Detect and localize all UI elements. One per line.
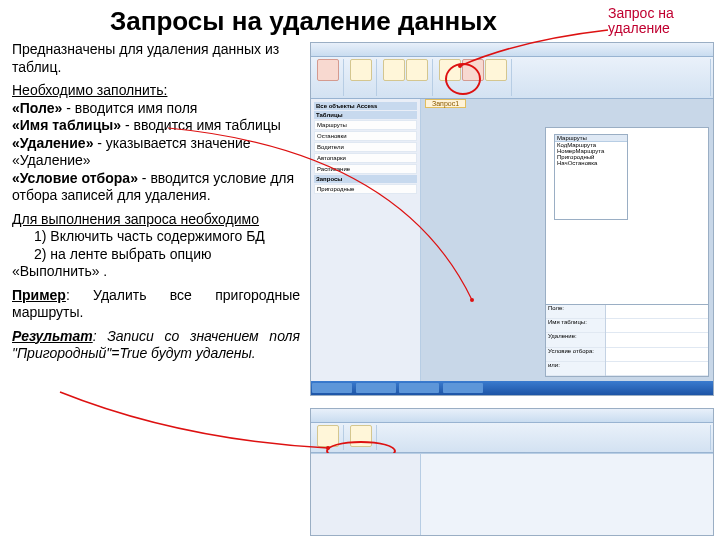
intro-paragraph: Предназначены для удаления данных из таб… <box>12 41 300 76</box>
taskbar-button[interactable] <box>312 383 352 393</box>
ribbon-button[interactable] <box>350 425 372 447</box>
grid-label-or: или: <box>546 362 605 376</box>
field-criteria-label: «Условие отбора» <box>12 170 138 186</box>
grid-label-field: Поле: <box>546 305 605 319</box>
field-tablename-desc: - вводится имя таблицы <box>121 117 281 133</box>
step-1: 1) Включить часть содержимого БД <box>12 228 265 244</box>
nav-header-queries[interactable]: Запросы <box>314 175 417 183</box>
query-tab[interactable]: Запрос1 <box>425 99 466 108</box>
ribbon-button[interactable] <box>317 425 339 447</box>
step-2: 2) на ленте выбрать опцию «Выполнить» . <box>12 246 211 280</box>
nav-header-tables[interactable]: Таблицы <box>314 111 417 119</box>
grid-label-table: Имя таблицы: <box>546 319 605 333</box>
navigation-pane: Все объекты Access Таблицы Маршруты Оста… <box>311 99 421 381</box>
grid-cells[interactable] <box>606 305 708 376</box>
grid-label-criteria: Условие отбора: <box>546 348 605 362</box>
query-canvas: Запрос1 Маршруты КодМаршрута НомерМаршру… <box>421 99 713 381</box>
body-stub <box>311 453 713 535</box>
nav-item[interactable]: Остановки <box>314 131 417 141</box>
grid-row-labels: Поле: Имя таблицы: Удаление: Условие отб… <box>546 305 606 376</box>
select-query-icon[interactable] <box>383 59 405 81</box>
example-paragraph: Пример: Удалить все пригородные маршруты… <box>12 287 300 322</box>
top-right-caption: Запрос на удаление <box>608 6 716 37</box>
table-field[interactable]: НачОстановка <box>555 160 627 166</box>
run-button[interactable] <box>317 59 339 81</box>
work-area: Все объекты Access Таблицы Маршруты Оста… <box>311 99 713 381</box>
nav-header-all[interactable]: Все объекты Access <box>314 102 417 110</box>
titlebar <box>311 409 713 423</box>
nav-item[interactable]: Маршруты <box>314 120 417 130</box>
windows-taskbar <box>311 381 713 395</box>
taskbar-button[interactable] <box>443 383 483 393</box>
execute-paragraph: Для выполнения запроса необходимо 1) Вкл… <box>12 211 300 281</box>
nav-item[interactable]: Автопарки <box>314 153 417 163</box>
screenshot-access-designer: Все объекты Access Таблицы Маршруты Оста… <box>310 42 714 396</box>
example-label: Пример <box>12 287 66 303</box>
nav-item[interactable]: Расписание <box>314 164 417 174</box>
field-delete-label: «Удаление» <box>12 135 93 151</box>
text-column: Предназначены для удаления данных из таб… <box>0 41 306 363</box>
result-label: Результат <box>12 328 93 344</box>
update-query-icon[interactable] <box>485 59 507 81</box>
result-paragraph: Результат: Записи со значением поля "При… <box>12 328 300 363</box>
grid-label-delete: Удаление: <box>546 333 605 347</box>
ribbon <box>311 423 713 453</box>
maketable-query-icon[interactable] <box>406 59 428 81</box>
fill-heading: Необходимо заполнить: <box>12 82 167 98</box>
field-pole-desc: - вводится имя поля <box>62 100 197 116</box>
field-pole-label: «Поле» <box>12 100 62 116</box>
taskbar-button[interactable] <box>399 383 439 393</box>
view-button[interactable] <box>350 59 372 81</box>
taskbar-button[interactable] <box>356 383 396 393</box>
ribbon <box>311 57 713 99</box>
nav-item[interactable]: Пригородные <box>314 184 417 194</box>
field-tablename-label: «Имя таблицы» <box>12 117 121 133</box>
titlebar <box>311 43 713 57</box>
qbe-grid: Поле: Имя таблицы: Удаление: Условие отб… <box>546 304 708 376</box>
fill-paragraph: Необходимо заполнить: «Поле» - вводится … <box>12 82 300 205</box>
nav-stub <box>311 454 421 535</box>
nav-item[interactable]: Водители <box>314 142 417 152</box>
delete-query-icon[interactable] <box>462 59 484 81</box>
execute-heading: Для выполнения запроса необходимо <box>12 211 259 227</box>
screenshot-security-bar: Параметры безопасности Microsoft Office … <box>310 408 714 536</box>
table-box[interactable]: Маршруты КодМаршрута НомерМаршрута Приго… <box>554 134 628 220</box>
table-box-header: Маршруты <box>555 135 627 142</box>
append-query-icon[interactable] <box>439 59 461 81</box>
design-grid: Маршруты КодМаршрута НомерМаршрута Приго… <box>545 127 709 377</box>
